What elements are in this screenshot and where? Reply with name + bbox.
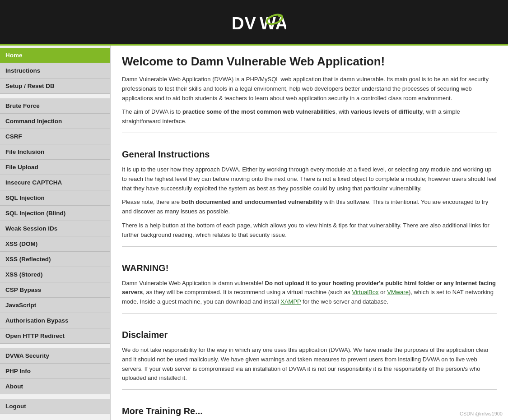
warning-p1: Damn Vulnerable Web Application is damn … — [122, 279, 497, 307]
disclaimer-p1: We do not take responsibility for the wa… — [122, 346, 497, 383]
sidebar-item-xss-dom[interactable]: XSS (DOM) — [0, 236, 110, 252]
warn-pre: Damn Vulnerable Web Application is damn … — [122, 280, 265, 286]
link-vmware[interactable]: VMware — [387, 289, 409, 295]
instructions-p3: There is a help button at the bottom of … — [122, 221, 497, 240]
sidebar-section-logout: Logout — [0, 399, 110, 414]
sidebar-item-javascript[interactable]: JavaScript — [0, 298, 110, 313]
sidebar-item-file-inclusion[interactable]: File Inclusion — [0, 144, 110, 160]
sidebar-item-file-upload[interactable]: File Upload — [0, 160, 110, 175]
instructions-title: General Instructions — [122, 149, 497, 160]
sidebar-divider-1 — [0, 95, 110, 98]
page-title: Welcome to Damn Vulnerable Web Applicati… — [122, 55, 497, 69]
watermark: CSDN @mlws1900 — [460, 411, 503, 416]
warn-or: or — [378, 289, 387, 295]
intro-paragraph-1: Damn Vulnerable Web Application (DVWA) i… — [122, 75, 497, 103]
svg-point-3 — [278, 14, 281, 17]
sidebar-item-authorisation-bypass[interactable]: Authorisation Bypass — [0, 313, 110, 328]
intro-p2-pre: The aim of DVWA is to — [122, 108, 182, 115]
logo: DV WA — [223, 7, 286, 40]
sidebar-item-csp-bypass[interactable]: CSP Bypass — [0, 282, 110, 298]
sidebar-item-xss-stored[interactable]: XSS (Stored) — [0, 267, 110, 282]
sidebar-item-home[interactable]: Home — [0, 48, 110, 63]
instructions-p2: Please note, there are both documented a… — [122, 198, 497, 217]
instr-p2-pre: Please note, there are — [122, 198, 182, 205]
disclaimer-title: Disclaimer — [122, 330, 497, 340]
intro-p2-bold2: various levels of difficulty — [351, 108, 423, 115]
sidebar-item-sql-injection-blind[interactable]: SQL Injection (Blind) — [0, 206, 110, 221]
sidebar-item-brute-force[interactable]: Brute Force — [0, 98, 110, 114]
main-layout: Home Instructions Setup / Reset DB Brute… — [0, 46, 508, 420]
sidebar-item-php-info[interactable]: PHP Info — [0, 364, 110, 379]
content-area: Welcome to Damn Vulnerable Web Applicati… — [111, 46, 508, 420]
sidebar-item-setup[interactable]: Setup / Reset DB — [0, 78, 110, 94]
sidebar-item-dvwa-security[interactable]: DVWA Security — [0, 348, 110, 364]
section-warning: WARNING! Damn Vulnerable Web Application… — [122, 246, 497, 307]
warn-end: for the web server and database. — [301, 298, 389, 305]
section-instructions: General Instructions It is up to the use… — [122, 133, 497, 240]
sidebar-item-csrf[interactable]: CSRF — [0, 129, 110, 144]
intro-p2-mid: , with — [336, 108, 351, 115]
warn-mid: , as they will be compromised. It is rec… — [143, 289, 352, 295]
sidebar-divider-3 — [0, 395, 110, 399]
link-virtualbox[interactable]: VirtualBox — [352, 289, 378, 295]
instr-p2-bold: both documented and undocumented vulnera… — [182, 198, 323, 205]
link-xampp[interactable]: XAMPP — [280, 298, 301, 305]
intro-paragraph-2: The aim of DVWA is to practice some of t… — [122, 107, 497, 126]
sidebar-section-vulns: Brute Force Command Injection CSRF File … — [0, 98, 110, 344]
sidebar: Home Instructions Setup / Reset DB Brute… — [0, 46, 111, 420]
sidebar-item-sql-injection[interactable]: SQL Injection — [0, 190, 110, 206]
sidebar-item-weak-session-ids[interactable]: Weak Session IDs — [0, 221, 110, 236]
sidebar-divider-2 — [0, 345, 110, 348]
sidebar-item-about[interactable]: About — [0, 379, 110, 394]
header: DV WA — [0, 0, 508, 46]
sidebar-section-bottom: DVWA Security PHP Info About — [0, 348, 110, 394]
sidebar-item-open-http-redirect[interactable]: Open HTTP Redirect — [0, 328, 110, 344]
intro-p2-bold: practice some of the most common web vul… — [182, 108, 336, 115]
sidebar-item-command-injection[interactable]: Command Injection — [0, 114, 110, 129]
sidebar-item-logout[interactable]: Logout — [0, 399, 110, 414]
svg-text:DV: DV — [232, 14, 256, 33]
warning-title: WARNING! — [122, 263, 497, 273]
section-more: More Training Re... — [122, 389, 497, 416]
sidebar-item-instructions[interactable]: Instructions — [0, 63, 110, 78]
section-disclaimer: Disclaimer We do not take responsibility… — [122, 313, 497, 383]
sidebar-item-xss-reflected[interactable]: XSS (Reflected) — [0, 252, 110, 267]
more-title: More Training Re... — [122, 406, 497, 416]
dvwa-logo-svg: DV WA — [223, 7, 286, 38]
sidebar-item-insecure-captcha[interactable]: Insecure CAPTCHA — [0, 175, 110, 190]
instructions-p1: It is up to the user how they approach D… — [122, 165, 497, 193]
sidebar-section-top: Home Instructions Setup / Reset DB — [0, 48, 110, 94]
